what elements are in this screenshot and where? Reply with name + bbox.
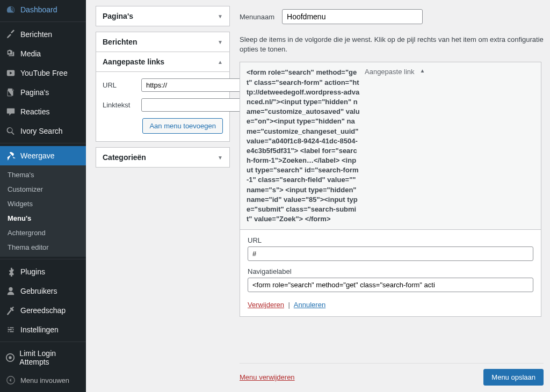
sidebar-item-limit-login[interactable]: Limit Login Attempts xyxy=(0,345,86,371)
metabox-pages-header[interactable]: Pagina's ▼ xyxy=(96,6,229,26)
admin-sidebar: Dashboard Berichten Media YouTube Free P… xyxy=(0,0,86,392)
media-icon xyxy=(5,48,16,59)
sidebar-item-label: Gebruikers xyxy=(20,287,57,295)
metabox-title: Aangepaste links xyxy=(103,57,164,66)
menu-item-title: <form role="search" method="get" class="… xyxy=(247,68,365,224)
save-menu-button[interactable]: Menu opslaan xyxy=(483,369,544,386)
tools-icon xyxy=(5,305,16,316)
menu-name-input[interactable] xyxy=(282,9,423,24)
custom-link-text-input[interactable] xyxy=(141,98,241,112)
chevron-down-icon: ▼ xyxy=(218,13,223,19)
link-text-label: Linktekst xyxy=(103,101,141,109)
sidebar-item-plugins[interactable]: Plugins xyxy=(0,262,86,281)
delete-menu-link[interactable]: Menu verwijderen xyxy=(240,373,295,381)
menu-instructions: Sleep de items in de volgorde die je wen… xyxy=(240,35,544,54)
plugins-icon xyxy=(5,266,16,277)
sidebar-item-tools[interactable]: Gereedschap xyxy=(0,301,86,320)
menu-items-area: <form role="search" method="get" class="… xyxy=(240,62,544,360)
item-nav-label: Navigatielabel xyxy=(248,267,533,275)
sidebar-item-label: Menu invouwen xyxy=(20,376,69,384)
sidebar-item-pages[interactable]: Pagina's xyxy=(0,83,86,102)
metabox-title: Categorieën xyxy=(103,153,146,162)
pages-icon xyxy=(5,87,16,98)
sidebar-item-label: Limit Login Attempts xyxy=(19,349,82,366)
sidebar-item-label: Gereedschap xyxy=(20,306,66,315)
chevron-down-icon: ▼ xyxy=(218,39,223,45)
metabox-posts: Berichten ▼ xyxy=(96,32,230,52)
pin-icon xyxy=(5,29,16,40)
sidebar-item-ivory-search[interactable]: Ivory Search xyxy=(0,121,86,141)
sidebar-item-posts[interactable]: Berichten xyxy=(0,25,86,44)
sidebar-item-label: Media xyxy=(20,49,41,58)
sidebar-item-label: Ivory Search xyxy=(20,127,63,135)
chevron-up-icon: ▲ xyxy=(420,68,425,74)
metabox-posts-header[interactable]: Berichten ▼ xyxy=(96,32,229,52)
metabox-custom-links: Aangepaste links ▲ URL Linktekst Aan men… xyxy=(96,52,230,142)
cancel-item-link[interactable]: Annuleren xyxy=(294,301,325,309)
sidebar-item-collapse[interactable]: Menu invouwen xyxy=(0,371,86,390)
metabox-pages: Pagina's ▼ xyxy=(96,6,230,26)
appearance-icon xyxy=(5,150,16,161)
sidebar-item-label: Pagina's xyxy=(20,88,49,97)
sidebar-item-appearance[interactable]: Weergave xyxy=(0,146,86,165)
submenu-themes[interactable]: Thema's xyxy=(0,168,86,182)
settings-icon xyxy=(5,324,16,335)
submenu-theme-editor[interactable]: Thema editor xyxy=(0,240,86,255)
youtube-icon xyxy=(5,68,16,78)
metabox-categories: Categorieën ▼ xyxy=(96,147,230,168)
url-label: URL xyxy=(103,81,141,89)
chevron-up-icon: ▲ xyxy=(218,59,223,65)
menu-edit-column: Menunaam Sleep de items in de volgorde d… xyxy=(235,0,550,392)
menu-name-label: Menunaam xyxy=(240,13,274,21)
item-nav-input[interactable] xyxy=(248,278,533,292)
menu-item-settings: URL Navigatielabel Verwijderen | Annuler… xyxy=(240,230,541,316)
submenu-menus[interactable]: Menu's xyxy=(0,211,86,226)
metabox-title: Pagina's xyxy=(103,12,133,20)
submenu-customizer[interactable]: Customizer xyxy=(0,182,86,197)
users-icon xyxy=(5,286,16,296)
add-to-menu-button[interactable]: Aan menu toevoegen xyxy=(142,118,223,134)
custom-link-url-input[interactable] xyxy=(141,78,241,92)
separator: | xyxy=(288,301,290,309)
sidebar-item-comments[interactable]: Reacties xyxy=(0,102,86,121)
menu-footer: Menu verwijderen Menu opslaan xyxy=(240,363,544,392)
limit-icon xyxy=(5,352,15,363)
metaboxes-column: Pagina's ▼ Berichten ▼ Aangepaste links … xyxy=(86,0,235,392)
submenu-widgets[interactable]: Widgets xyxy=(0,197,86,211)
menu-item-type: Aangepaste link xyxy=(365,68,415,76)
menu-item-box[interactable]: <form role="search" method="get" class="… xyxy=(240,62,541,317)
sidebar-item-label: YouTube Free xyxy=(20,69,68,77)
sidebar-item-label: Reacties xyxy=(20,107,49,116)
metabox-title: Berichten xyxy=(103,38,138,46)
search-icon xyxy=(5,126,16,136)
sidebar-item-users[interactable]: Gebruikers xyxy=(0,281,86,301)
metabox-categories-header[interactable]: Categorieën ▼ xyxy=(96,148,229,167)
sidebar-item-label: Weergave xyxy=(20,151,55,160)
comments-icon xyxy=(5,106,16,117)
sidebar-item-youtube[interactable]: YouTube Free xyxy=(0,63,86,83)
sidebar-item-settings[interactable]: Instellingen xyxy=(0,320,86,339)
collapse-icon xyxy=(5,375,16,386)
sidebar-item-label: Instellingen xyxy=(20,325,59,334)
remove-item-link[interactable]: Verwijderen xyxy=(248,301,284,309)
sidebar-item-label: Plugins xyxy=(20,267,45,276)
dashboard-icon xyxy=(5,4,16,15)
sidebar-item-dashboard[interactable]: Dashboard xyxy=(0,0,86,19)
submenu-background[interactable]: Achtergrond xyxy=(0,226,86,240)
metabox-custom-links-header[interactable]: Aangepaste links ▲ xyxy=(96,52,229,72)
appearance-submenu: Thema's Customizer Widgets Menu's Achter… xyxy=(0,165,86,257)
item-url-input[interactable] xyxy=(248,246,533,261)
sidebar-item-media[interactable]: Media xyxy=(0,44,86,63)
sidebar-item-label: Dashboard xyxy=(20,5,57,14)
chevron-down-icon: ▼ xyxy=(218,155,223,161)
sidebar-item-label: Berichten xyxy=(20,30,52,39)
item-url-label: URL xyxy=(248,236,533,244)
svg-point-2 xyxy=(9,356,11,359)
menu-item-header[interactable]: <form role="search" method="get" class="… xyxy=(240,62,541,230)
